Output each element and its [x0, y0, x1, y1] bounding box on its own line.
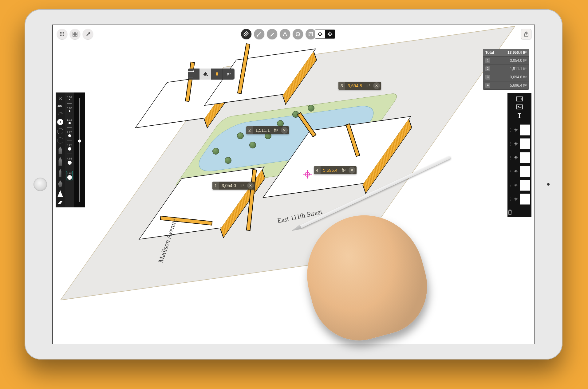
- brush-scale-step[interactable]: 2.26: [67, 131, 72, 137]
- brush-scale-step[interactable]: 6.40: [66, 171, 73, 180]
- svg-rect-2: [63, 32, 64, 33]
- layer-row[interactable]: ⋮⋮👁: [509, 137, 530, 150]
- measurement-tag[interactable]: 33,694.8ft²✕: [338, 82, 381, 90]
- tag-close-button[interactable]: ✕: [349, 167, 355, 174]
- nib-brush[interactable]: [57, 190, 63, 197]
- tag-close-button[interactable]: ✕: [247, 182, 254, 189]
- collapse-button[interactable]: ‹‹: [59, 96, 62, 101]
- layer-thumbnail: [520, 124, 530, 136]
- stroke-width-rect[interactable]: [57, 128, 63, 134]
- svg-point-29: [207, 75, 208, 76]
- layer-thumbnail: [520, 180, 530, 191]
- area-row-value: 3,694.8 ft²: [510, 75, 527, 79]
- snap-toggle[interactable]: [315, 29, 335, 39]
- settings-button[interactable]: [83, 29, 93, 39]
- drawing-canvas[interactable]: Madison Avenue East 111th Street: [53, 25, 535, 344]
- svg-rect-7: [61, 35, 62, 36]
- tree-icon: [212, 148, 219, 155]
- opacity-slider[interactable]: [79, 98, 80, 202]
- area-row[interactable]: 21,511.1 ft²: [483, 65, 529, 73]
- delete-layer-button[interactable]: [507, 207, 531, 217]
- highlighter-brush[interactable]: [57, 180, 63, 187]
- pen-brush[interactable]: [57, 157, 63, 166]
- hatch-tool-button[interactable]: [241, 29, 251, 39]
- measurement-tag[interactable]: 21,511.1ft²✕: [246, 126, 289, 134]
- snap-grid-icon: [315, 30, 325, 38]
- area-summary-panel: Total 13,956.4 ft² 13,054.0 ft²21,511.1 …: [483, 49, 529, 90]
- tag-unit: ft²: [365, 83, 372, 88]
- home-button[interactable]: [34, 178, 47, 191]
- tag-index: 3: [338, 82, 345, 90]
- drag-handle-icon[interactable]: ⋮⋮: [509, 141, 513, 146]
- area-row-value: 3,054.0 ft²: [510, 58, 527, 63]
- drag-handle-icon[interactable]: ⋮⋮: [509, 183, 513, 188]
- apps-button[interactable]: [70, 29, 80, 39]
- drag-handle-icon[interactable]: ⋮⋮: [509, 197, 513, 202]
- layer-row[interactable]: ⋮⋮👁: [509, 124, 530, 136]
- stroke-width-rect-2[interactable]: [57, 137, 63, 143]
- visibility-toggle-icon[interactable]: 👁: [514, 142, 519, 146]
- share-button[interactable]: [521, 29, 531, 39]
- tag-close-button[interactable]: ✕: [281, 127, 288, 134]
- brush-scale-step[interactable]: 4.53: [67, 157, 72, 165]
- visibility-toggle-icon[interactable]: 👁: [514, 183, 519, 187]
- drag-handle-icon[interactable]: ⋮⋮: [509, 155, 513, 160]
- new-text-layer-button[interactable]: T: [518, 112, 521, 119]
- measurement-tag[interactable]: 45,696.4ft²✕: [314, 166, 357, 174]
- tag-unit: ft²: [340, 168, 347, 173]
- area-row[interactable]: 13,054.0 ft²: [483, 57, 529, 65]
- layer-thumbnail: [520, 152, 530, 163]
- measurement-tag[interactable]: 13,054.0ft²✕: [212, 182, 255, 190]
- line-style-button[interactable]: —•—: [188, 69, 199, 80]
- tag-value: 3,694.8: [345, 83, 365, 88]
- svg-line-13: [244, 32, 248, 36]
- grid-menu-button[interactable]: [57, 29, 67, 39]
- eraser-brush[interactable]: [57, 200, 63, 204]
- new-shape-layer-button[interactable]: [516, 96, 523, 102]
- new-image-layer-button[interactable]: [516, 104, 523, 110]
- tag-value: 3,054.0: [219, 183, 239, 188]
- brush-scale-step[interactable]: 0.80: [67, 107, 72, 112]
- area-row[interactable]: 33,694.8 ft²: [483, 73, 529, 81]
- undo-button[interactable]: [57, 104, 63, 108]
- blend-button[interactable]: [211, 69, 223, 80]
- brush-scale-step[interactable]: 3.20: [67, 143, 72, 151]
- pen-tool-button[interactable]: [267, 29, 277, 39]
- layer-row[interactable]: ⋮⋮👁: [509, 151, 530, 164]
- brush-scale-step[interactable]: 1.13: [67, 118, 72, 124]
- tree-icon: [225, 157, 231, 164]
- slider-knob[interactable]: [78, 139, 81, 143]
- area-row-index: 1: [485, 58, 490, 63]
- text-tool-button[interactable]: [306, 29, 316, 39]
- area-row-value: 5,696.4 ft²: [510, 83, 527, 88]
- redo-button[interactable]: [57, 112, 63, 116]
- svg-point-17: [257, 35, 258, 37]
- tree-icon: [237, 132, 244, 139]
- visibility-toggle-icon[interactable]: 👁: [514, 169, 519, 174]
- visibility-toggle-icon[interactable]: 👁: [514, 128, 519, 132]
- crosshair-cursor: [303, 170, 312, 179]
- shape-tool-button[interactable]: [280, 29, 290, 39]
- area-row[interactable]: 45,696.4 ft²: [483, 81, 529, 90]
- tag-index: 1: [212, 182, 219, 190]
- tag-close-button[interactable]: ✕: [373, 82, 380, 89]
- line-tool-button[interactable]: [254, 29, 264, 39]
- erase-tool-button[interactable]: [293, 29, 303, 39]
- layer-row[interactable]: ⋮⋮👁: [509, 179, 530, 192]
- brush-size-dot-1[interactable]: [57, 119, 63, 125]
- drag-handle-icon[interactable]: ⋮⋮: [509, 169, 513, 174]
- visibility-toggle-icon[interactable]: 👁: [514, 197, 519, 201]
- brush-scale-step[interactable]: 0.57: [67, 96, 72, 100]
- layer-row[interactable]: ⋮⋮👁: [509, 193, 530, 206]
- drag-handle-icon[interactable]: ⋮⋮: [509, 128, 513, 132]
- marker-brush[interactable]: [57, 169, 63, 177]
- area-total-value: 13,956.4 ft²: [507, 50, 527, 55]
- svg-line-16: [257, 32, 261, 36]
- layer-row[interactable]: ⋮⋮👁: [509, 165, 530, 178]
- area-row-value: 1,511.1 ft²: [510, 67, 527, 71]
- bucket-fill-button[interactable]: [199, 69, 211, 80]
- visibility-toggle-icon[interactable]: 👁: [514, 155, 519, 160]
- exponent-button[interactable]: X²: [223, 69, 235, 80]
- svg-rect-4: [61, 33, 62, 34]
- pencil-brush[interactable]: [57, 147, 63, 154]
